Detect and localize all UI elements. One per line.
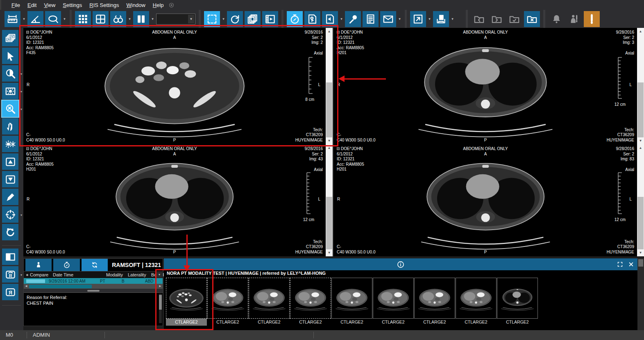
export-study-button[interactable]	[410, 11, 426, 27]
series-thumbnail-8[interactable]: CTLARGE2	[456, 278, 497, 326]
measure-ruler-caret-icon[interactable]: ▾	[22, 17, 26, 21]
timer-icon[interactable]	[53, 259, 79, 271]
localizer-target-caret-icon[interactable]: ▾	[20, 213, 22, 217]
cine-player-button[interactable]	[262, 11, 278, 27]
panel-splitter[interactable]	[24, 289, 163, 292]
tile-layout-button[interactable]	[93, 11, 109, 27]
zoom-tool[interactable]: ▾	[2, 100, 18, 117]
study-table-row[interactable]: 9/28/2016 12:00 AM PT B ABD	[24, 278, 163, 284]
viewport-2[interactable]: DOE^JOHN6/1/2012ID: 12321Acc: RAM8805H20…	[334, 28, 644, 144]
scrollbar-thumb[interactable]	[638, 259, 643, 267]
print-study-caret-icon[interactable]: ▾	[451, 17, 454, 21]
column-laterality[interactable]: Laterality	[128, 272, 151, 277]
column-date-time[interactable]: Date Time	[53, 272, 106, 277]
menu-item-help[interactable]: Help	[149, 1, 168, 9]
pointer-select-tool[interactable]	[2, 48, 18, 64]
series-layout-button[interactable]	[133, 11, 149, 27]
series-thumbnail-6[interactable]: CTLARGE2	[373, 278, 414, 326]
notifications-bell-button[interactable]	[549, 11, 565, 27]
series-thumbnail-4[interactable]: CTLARGE2	[290, 278, 331, 326]
layout-preset-combo[interactable]: ▾	[156, 14, 195, 25]
patient-alert-button[interactable]	[566, 11, 582, 27]
angle-measure-button[interactable]	[27, 11, 43, 27]
scroll-up-icon[interactable]: ▲	[637, 144, 644, 151]
series-thumbnail-2[interactable]: CTLARGE2	[207, 278, 248, 326]
flip-image-tool[interactable]: Я	[2, 284, 18, 300]
series-panel-scrollbar[interactable]	[637, 258, 644, 330]
folder-close-button[interactable]	[524, 11, 540, 27]
menu-item-window[interactable]: Window	[123, 1, 149, 9]
scrollbar-thumb[interactable]	[326, 82, 332, 137]
series-thumbnail-7[interactable]: CTLARGE2	[414, 278, 455, 326]
viewport-3[interactable]: DOE^JOHN6/1/2012ID: 12321Acc: RAM8805H20…	[23, 144, 333, 256]
scroll-up-icon[interactable]: ▲	[326, 28, 333, 34]
scroll-left-icon[interactable]: ◄	[24, 284, 29, 289]
thumbnail-image[interactable]	[290, 278, 331, 319]
thumbnail-image[interactable]	[414, 278, 455, 319]
folder-complete-button[interactable]	[506, 11, 522, 27]
scroll-up-icon[interactable]: ▲	[326, 144, 333, 151]
scroll-right-icon[interactable]: ►	[158, 284, 163, 289]
menu-item-file[interactable]: File	[8, 1, 24, 9]
measure-ruler-button[interactable]	[5, 11, 20, 27]
viewport-scrollbar[interactable]: ▲▲	[637, 144, 644, 256]
ct-image[interactable]	[23, 144, 326, 256]
table-dropdown-icon[interactable]: ▾	[156, 272, 162, 278]
viewport-4[interactable]: DOE^JOHN6/1/2012ID: 12321Acc: RAM8805H20…	[334, 144, 644, 256]
patient-icon[interactable]	[25, 259, 52, 271]
scroll-down-icon[interactable]: ▲	[637, 250, 644, 256]
series-layout-caret-icon[interactable]: ▾	[151, 17, 154, 21]
column-compare[interactable]: Compare	[30, 272, 53, 277]
scrollbar-thumb[interactable]	[29, 285, 92, 288]
print-study-button[interactable]	[433, 11, 449, 27]
help-extra-icon[interactable]	[168, 2, 175, 8]
compare-studies-caret-icon[interactable]: ▾	[128, 17, 132, 21]
ellipse-roi-caret-icon[interactable]: ▾	[63, 17, 66, 21]
scroll-down-icon[interactable]: ▲	[637, 138, 644, 144]
expand-icon[interactable]	[617, 261, 623, 267]
scrollbar-thumb[interactable]	[637, 197, 644, 249]
menu-item-settings[interactable]: Settings	[59, 1, 86, 9]
scroll-down-icon[interactable]: ▲	[326, 250, 333, 256]
compare-studies-button[interactable]	[110, 11, 126, 27]
thumbnail-image[interactable]	[497, 278, 538, 319]
column-modality[interactable]: Modality	[106, 272, 128, 277]
series-thumbnail-3[interactable]: CTLARGE2	[249, 278, 290, 326]
ct-image[interactable]	[334, 144, 637, 256]
viewport-scrollbar[interactable]: ▲▲	[637, 28, 644, 144]
menu-item-edit[interactable]: Edit	[24, 1, 40, 9]
cine-stack-button[interactable]	[245, 11, 261, 27]
probe-tool-tool[interactable]	[2, 189, 18, 205]
email-button[interactable]	[380, 11, 396, 27]
window-level-caret-icon[interactable]: ▾	[20, 90, 22, 94]
select-region-button[interactable]	[204, 11, 220, 27]
thumbnail-image[interactable]	[207, 278, 248, 319]
thumbnail-image[interactable]	[249, 278, 290, 319]
export-study-caret-icon[interactable]: ▾	[428, 17, 431, 21]
menu-item-view[interactable]: View	[40, 1, 59, 9]
series-thumbnail-1[interactable]: CTLARGE2	[166, 278, 207, 326]
thumbnail-image[interactable]	[373, 278, 414, 319]
viewport-scrollbar[interactable]: ▲▲	[326, 28, 333, 144]
ct-image[interactable]	[334, 28, 637, 144]
close-icon[interactable]	[628, 261, 634, 267]
info-icon[interactable]	[164, 258, 637, 270]
image-enhance-tool[interactable]	[2, 136, 18, 152]
pan-hand-tool[interactable]	[2, 118, 18, 135]
critical-alert-button[interactable]	[584, 11, 600, 27]
study-table-header[interactable]: Compare Date Time Modality Laterality Bo…	[24, 271, 163, 278]
scrollbar-thumb[interactable]	[326, 197, 332, 249]
menu-item-ris-settings[interactable]: RIS Settings	[86, 1, 122, 9]
audio-note-button[interactable]	[322, 11, 338, 27]
magnify-window-level-tool[interactable]: ▾	[2, 65, 18, 82]
viewport-scrollbar[interactable]: ▲▲	[326, 144, 333, 256]
scroll-up-icon[interactable]: ▲	[637, 28, 644, 34]
combo-caret-icon[interactable]: ▾	[188, 15, 194, 23]
folder-previous-button[interactable]	[471, 11, 487, 27]
scrollbar-thumb[interactable]	[637, 82, 644, 137]
thumbnail-image[interactable]	[331, 278, 372, 319]
scroll-down-icon[interactable]: ▲	[326, 138, 333, 144]
select-region-caret-icon[interactable]: ▾	[222, 17, 225, 21]
study-timer-button[interactable]	[287, 11, 303, 27]
rotate-image-caret-icon[interactable]: ▾	[20, 273, 22, 277]
